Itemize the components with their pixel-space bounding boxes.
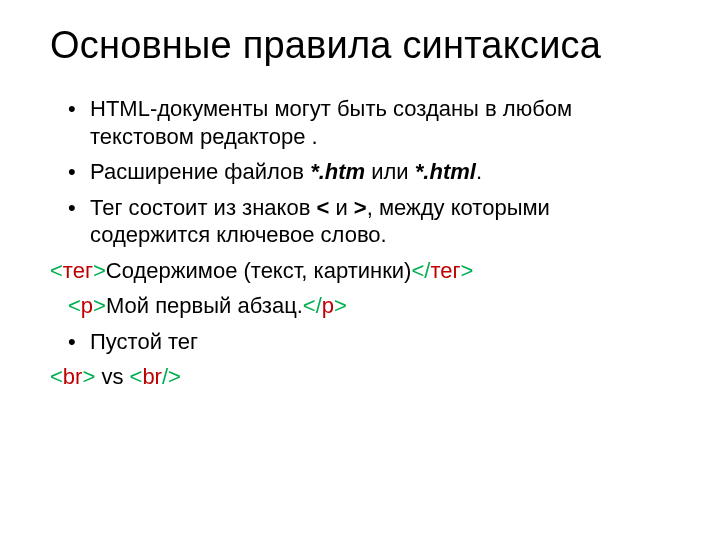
tag-name: br <box>142 364 162 389</box>
bullet-list-1: HTML-документы могут быть созданы в любо… <box>50 95 670 249</box>
angle-bracket: /> <box>162 364 181 389</box>
angle-bracket: < <box>68 293 81 318</box>
angle-bracket: </ <box>303 293 322 318</box>
slide-body: HTML-документы могут быть созданы в любо… <box>50 95 670 391</box>
tag-name: тег <box>63 258 93 283</box>
code-example-tag: <тег>Содержимое (текст, картинки)</тег> <box>50 257 670 285</box>
bullet-item: Пустой тег <box>68 328 670 356</box>
angle-bracket: < <box>50 364 63 389</box>
tag-name: тег <box>430 258 460 283</box>
bullet-text: . <box>476 159 482 184</box>
angle-bracket: < <box>50 258 63 283</box>
slide-title: Основные правила синтаксиса <box>50 24 670 67</box>
bullet-list-2: Пустой тег <box>50 328 670 356</box>
angle-bracket: > <box>93 293 106 318</box>
bullet-item: Расширение файлов *.htm или *.html. <box>68 158 670 186</box>
angle-bracket: > <box>82 364 95 389</box>
bullet-text: и <box>329 195 354 220</box>
vs-text: vs <box>95 364 129 389</box>
angle-bracket: </ <box>411 258 430 283</box>
bullet-text: Тег состоит из знаков <box>90 195 316 220</box>
bold-text: > <box>354 195 367 220</box>
bullet-text: или <box>365 159 415 184</box>
bold-text: *.html <box>415 159 476 184</box>
angle-bracket: > <box>334 293 347 318</box>
code-example-p: <p>Мой первый абзац.</p> <box>50 292 670 320</box>
bullet-text: Расширение файлов <box>90 159 310 184</box>
angle-bracket: < <box>130 364 143 389</box>
bold-text: < <box>316 195 329 220</box>
angle-bracket: > <box>461 258 474 283</box>
bullet-item: HTML-документы могут быть созданы в любо… <box>68 95 670 150</box>
tag-name: p <box>322 293 334 318</box>
bold-text: *.htm <box>310 159 365 184</box>
tag-content: Содержимое (текст, картинки) <box>106 258 412 283</box>
bullet-text: HTML-документы могут быть созданы в любо… <box>90 96 572 149</box>
angle-bracket: > <box>93 258 106 283</box>
tag-content: Мой первый абзац. <box>106 293 303 318</box>
bullet-item: Тег состоит из знаков < и >, между котор… <box>68 194 670 249</box>
tag-name: br <box>63 364 83 389</box>
bullet-text: Пустой тег <box>90 329 198 354</box>
code-example-br: <br> vs <br/> <box>50 363 670 391</box>
tag-name: p <box>81 293 93 318</box>
